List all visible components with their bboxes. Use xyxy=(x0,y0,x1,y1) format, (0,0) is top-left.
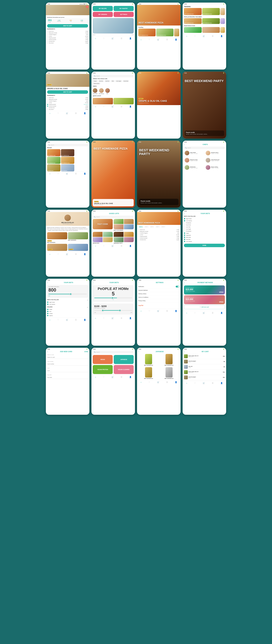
step-4[interactable]: STEP 4 xyxy=(155,226,160,228)
log-out-button[interactable]: Log Out xyxy=(138,305,143,306)
done-button[interactable]: DONE xyxy=(184,244,225,247)
chevron-icon[interactable]: › xyxy=(224,16,225,18)
tag-highprotein[interactable]: High protein xyxy=(93,82,100,84)
filter-icon[interactable]: ☰ xyxy=(75,112,77,114)
cart-icon[interactable]: 🛒 xyxy=(203,35,205,37)
category-indian[interactable]: INDIAN xyxy=(93,355,113,364)
category-japanese[interactable]: JAPANESE xyxy=(114,355,134,364)
home-icon[interactable]: ⌂ xyxy=(186,382,187,384)
people-slider[interactable] xyxy=(94,298,132,298)
cart-icon[interactable]: 🛒 xyxy=(157,310,159,312)
home-icon[interactable]: ⌂ xyxy=(95,106,96,108)
search-bar[interactable]: 🔍 Search xyxy=(184,146,225,149)
back-arrow[interactable]: ‹ xyxy=(184,282,184,284)
home-icon[interactable]: ⌂ xyxy=(49,253,50,255)
bookmark-icon[interactable]: ♡ xyxy=(103,106,104,108)
back-arrow[interactable]: ‹ xyxy=(93,282,93,284)
filter-icon[interactable]: ☰ xyxy=(121,106,122,108)
profile-icon[interactable]: 👤 xyxy=(129,245,132,247)
category-vegan-protein[interactable]: VEGAN PROTEIN xyxy=(93,365,113,374)
home-icon[interactable]: ⌂ xyxy=(95,245,96,247)
notification-toggle[interactable] xyxy=(176,286,179,288)
cart-icon[interactable]: 🛒 xyxy=(157,38,159,40)
profile-icon[interactable]: 👤 xyxy=(129,317,132,319)
category-vegan-cleaning[interactable]: VEGAN CLEANING xyxy=(114,365,134,374)
filter-icon[interactable]: ☰ xyxy=(75,172,77,175)
bookmark-icon[interactable]: ♡ xyxy=(148,310,150,312)
profile-icon[interactable]: 👤 xyxy=(84,112,86,114)
filter-icon[interactable]: ☰ xyxy=(212,35,214,37)
bookmark-icon[interactable]: ♡ xyxy=(103,37,104,40)
chevron-icon[interactable]: › xyxy=(133,86,134,87)
card-number-input[interactable] xyxy=(48,362,88,366)
filter-icon[interactable]: ☰ xyxy=(75,319,77,321)
cart-icon[interactable]: 🛒 xyxy=(203,382,205,384)
profile-icon[interactable]: 👤 xyxy=(175,310,177,312)
edit-dislikes-icon[interactable]: ✏ xyxy=(87,307,88,308)
bookmark-icon[interactable]: ♡ xyxy=(103,317,104,319)
home-icon[interactable]: ⌂ xyxy=(95,376,96,378)
bookmark-icon[interactable]: ♡ xyxy=(194,35,196,37)
tag-tofu[interactable]: Tofu xyxy=(111,80,115,82)
my-recipe-tab[interactable]: MY RECIPE xyxy=(93,6,113,11)
tag-lowsugar[interactable]: Low sugar xyxy=(115,80,122,82)
exp-input[interactable] xyxy=(48,376,88,379)
filter-icon[interactable]: ☰ xyxy=(166,381,168,383)
back-arrow[interactable]: ‹ xyxy=(47,350,48,353)
home-icon[interactable]: ⌂ xyxy=(49,112,50,114)
add-new-card-button[interactable]: + Add new card xyxy=(184,305,225,309)
cvv-input[interactable] xyxy=(48,369,88,372)
profile-icon[interactable]: 👤 xyxy=(84,172,86,175)
back-arrow[interactable]: ‹ xyxy=(184,144,184,146)
chevron-icon[interactable]: › xyxy=(133,96,134,97)
filter-icon[interactable]: ☰ xyxy=(212,382,214,384)
profile-icon[interactable]: 👤 xyxy=(220,382,223,384)
filter-icon[interactable]: ☰ xyxy=(75,253,77,255)
profile-icon[interactable]: 👤 xyxy=(129,376,132,378)
search-bar[interactable]: 🔍 Search xyxy=(93,75,134,77)
bookmark-icon[interactable]: ♡ xyxy=(103,245,104,247)
bookmark-icon[interactable]: ♡ xyxy=(194,312,196,314)
tag-goodfats[interactable]: Good fats xyxy=(122,80,129,82)
back-arrow[interactable]: ‹ xyxy=(93,212,93,214)
home-icon[interactable]: ⌂ xyxy=(95,317,96,319)
cart-icon[interactable]: 🛒 xyxy=(157,381,159,383)
add-to-cart-button[interactable]: ADD TO CART xyxy=(47,90,88,94)
edit-icon[interactable]: ✏ xyxy=(87,300,88,301)
filter-icon[interactable]: ☰ xyxy=(121,376,122,378)
delivery-adress-row[interactable]: Delivery Adress xyxy=(138,292,179,296)
bookmark-icon[interactable]: ♡ xyxy=(57,253,59,255)
search-bar[interactable]: 🔍 Search xyxy=(47,144,88,146)
profile-icon[interactable]: 👤 xyxy=(220,35,223,37)
search-bar[interactable]: 🔍 Search xyxy=(93,216,134,218)
done-button[interactable]: DONE xyxy=(84,351,88,352)
step-2[interactable]: STEP 2 xyxy=(144,226,149,228)
bookmark-icon[interactable]: ♡ xyxy=(57,172,59,175)
chevron-icon[interactable]: › xyxy=(224,6,225,7)
cart-icon[interactable]: 🛒 xyxy=(112,106,114,108)
back-arrow[interactable]: ‹ xyxy=(47,282,48,284)
cart-icon[interactable]: 🛒 xyxy=(112,245,114,247)
bookmark-icon[interactable]: ♡ xyxy=(57,319,59,321)
bookmark-icon[interactable]: ♡ xyxy=(148,381,150,383)
back-arrow[interactable]: ‹ xyxy=(184,212,184,214)
my-orders-tab[interactable]: MY ORDERS xyxy=(93,12,113,17)
profile-icon[interactable]: 👤 xyxy=(84,253,86,255)
home-icon[interactable]: ⌂ xyxy=(49,319,50,321)
step-5[interactable]: STEP 5 xyxy=(161,226,166,228)
cart-icon[interactable]: 🛒 xyxy=(66,172,68,175)
bookmark-icon[interactable]: ♡ xyxy=(57,112,59,114)
back-arrow[interactable]: ‹ xyxy=(184,350,184,353)
cart-icon[interactable]: 🛒 xyxy=(112,37,114,40)
step-3[interactable]: STEP 3 xyxy=(150,226,154,228)
profile-icon[interactable]: 👤 xyxy=(129,106,132,108)
home-icon[interactable]: ⌂ xyxy=(95,37,96,40)
cart-icon[interactable]: 🛒 xyxy=(66,112,68,114)
terms-row[interactable]: Terms & Conditions xyxy=(138,296,179,299)
payment-methods-row[interactable]: Payment Methods xyxy=(138,289,179,292)
filter-icon[interactable]: ☰ xyxy=(121,37,122,40)
home-icon[interactable]: ⌂ xyxy=(186,35,187,37)
calories-slider[interactable] xyxy=(48,294,87,294)
profile-icon[interactable]: 👤 xyxy=(220,312,223,314)
home-icon[interactable]: ⌂ xyxy=(186,312,187,314)
